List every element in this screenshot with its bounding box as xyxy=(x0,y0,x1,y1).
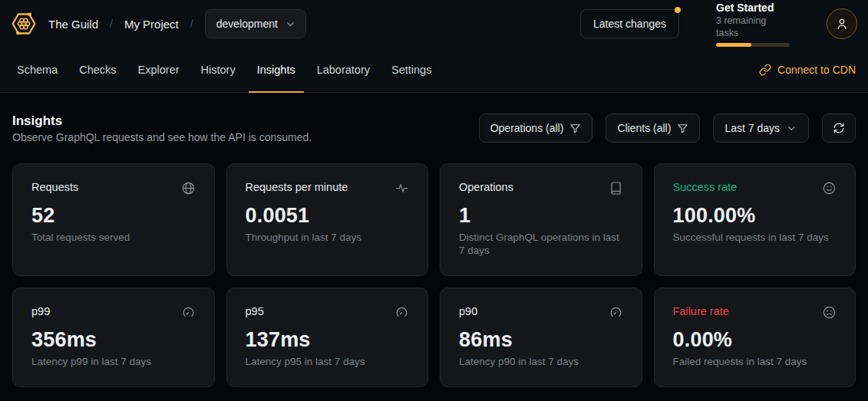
insights-heading-group: Insights Observe GraphQL requests and se… xyxy=(12,113,312,143)
notification-dot xyxy=(675,7,681,13)
stats-cards-row-1: Requests 52 Total requests served Reques… xyxy=(0,163,868,276)
chevron-down-icon xyxy=(786,123,797,134)
date-range-label: Last 7 days xyxy=(724,122,780,134)
card-value: 100.00% xyxy=(673,204,837,228)
latest-changes-button[interactable]: Latest changes xyxy=(580,9,679,38)
card-p95: p95 137ms Latency p95 in last 7 days xyxy=(226,288,429,387)
card-title: Failure rate xyxy=(673,304,729,319)
tab-settings[interactable]: Settings xyxy=(383,48,440,93)
card-success-rate: Success rate 100.00% Successful requests… xyxy=(654,163,856,276)
insights-header: Insights Observe GraphQL requests and se… xyxy=(0,93,868,159)
page-title: Insights xyxy=(12,113,312,130)
card-title: p90 xyxy=(459,304,477,319)
connect-cdn-label: Connect to CDN xyxy=(777,64,856,76)
book-icon xyxy=(609,181,623,196)
card-description: Throughput in last 7 days xyxy=(246,231,410,244)
user-avatar[interactable] xyxy=(827,8,857,39)
gauge-icon xyxy=(609,305,623,320)
tab-insights[interactable]: Insights xyxy=(249,48,304,93)
clients-filter-label: Clients (all) xyxy=(617,122,671,134)
card-requests-per-minute: Requests per minute 0.0051 Throughput in… xyxy=(226,163,429,276)
card-value: 137ms xyxy=(246,328,410,352)
project-nav: Schema Checks Explorer History Insights … xyxy=(0,48,868,93)
card-title: Success rate xyxy=(673,180,738,195)
get-started-progress-fill xyxy=(716,43,751,47)
card-p90: p90 86ms Latency p90 in last 7 days xyxy=(440,288,642,387)
card-title: p95 xyxy=(246,304,264,319)
link-icon xyxy=(759,64,771,76)
refresh-button[interactable] xyxy=(822,113,856,143)
breadcrumb-separator: / xyxy=(190,18,193,30)
chevron-down-icon xyxy=(285,18,296,30)
card-requests: Requests 52 Total requests served xyxy=(12,163,215,276)
target-select[interactable]: development xyxy=(205,9,306,38)
card-value: 356ms xyxy=(31,328,196,352)
card-description: Successful requests in last 7 days xyxy=(673,231,837,244)
hive-logo-icon[interactable] xyxy=(11,11,37,37)
clients-filter-button[interactable]: Clients (all) xyxy=(606,113,700,143)
tab-laboratory[interactable]: Laboratory xyxy=(309,48,378,93)
card-operations: Operations 1 Distinct GraphQL operations… xyxy=(440,163,642,276)
get-started-title: Get Started xyxy=(716,2,790,15)
get-started-widget[interactable]: Get Started 3 remaining tasks xyxy=(716,2,790,47)
tab-checks[interactable]: Checks xyxy=(71,48,124,93)
page-subtitle: Observe GraphQL requests and see how the… xyxy=(12,131,312,143)
breadcrumb-project[interactable]: My Project xyxy=(124,18,179,31)
card-description: Latency p95 in last 7 days xyxy=(246,355,410,368)
card-title: Requests per minute xyxy=(246,180,348,195)
date-range-select[interactable]: Last 7 days xyxy=(713,113,809,143)
breadcrumb-separator: / xyxy=(110,18,113,30)
card-failure-rate: Failure rate 0.00% Failed requests in la… xyxy=(654,288,856,387)
app-header: The Guild / My Project / development Lat… xyxy=(0,0,868,48)
card-title: Operations xyxy=(459,180,513,195)
refresh-icon xyxy=(833,122,845,134)
frown-icon xyxy=(822,305,837,320)
tab-schema[interactable]: Schema xyxy=(8,48,66,93)
card-description: Distinct GraphQL operations in last 7 da… xyxy=(459,231,623,257)
target-select-value: development xyxy=(216,18,278,30)
card-description: Failed requests in last 7 days xyxy=(673,355,837,368)
tab-explorer[interactable]: Explorer xyxy=(130,48,188,93)
globe-icon xyxy=(181,181,196,196)
filter-toolbar: Operations (all) Clients (all) Last 7 da… xyxy=(479,113,856,143)
stats-cards-row-2: p99 356ms Latency p99 in last 7 days p95… xyxy=(0,288,868,387)
card-description: Latency p99 in last 7 days xyxy=(31,355,196,368)
gauge-icon xyxy=(394,305,409,320)
card-value: 0.0051 xyxy=(246,204,410,228)
card-description: Latency p90 in last 7 days xyxy=(459,355,623,368)
get-started-progressbar xyxy=(716,43,790,47)
card-value: 0.00% xyxy=(673,328,837,352)
get-started-subtitle: 3 remaining tasks xyxy=(716,15,790,39)
filter-funnel-icon xyxy=(569,123,581,134)
filter-funnel-icon xyxy=(677,123,688,134)
operations-filter-button[interactable]: Operations (all) xyxy=(479,113,593,143)
nav-tabs: Schema Checks Explorer History Insights … xyxy=(6,48,442,92)
operations-filter-label: Operations (all) xyxy=(490,122,564,134)
card-value: 86ms xyxy=(459,328,623,352)
card-p99: p99 356ms Latency p99 in last 7 days xyxy=(12,288,215,387)
activity-icon xyxy=(394,181,409,196)
person-icon xyxy=(835,17,849,31)
card-value: 1 xyxy=(459,204,623,228)
breadcrumb: The Guild / My Project / development xyxy=(48,9,306,38)
connect-cdn-link[interactable]: Connect to CDN xyxy=(759,48,856,92)
breadcrumb-org[interactable]: The Guild xyxy=(48,18,98,31)
card-value: 52 xyxy=(31,204,196,228)
card-title: p99 xyxy=(31,304,50,319)
latest-changes-label: Latest changes xyxy=(593,18,666,30)
smile-icon xyxy=(822,181,837,196)
tab-history[interactable]: History xyxy=(193,48,244,93)
card-title: Requests xyxy=(31,180,78,195)
card-description: Total requests served xyxy=(31,231,196,244)
gauge-icon xyxy=(181,305,196,320)
